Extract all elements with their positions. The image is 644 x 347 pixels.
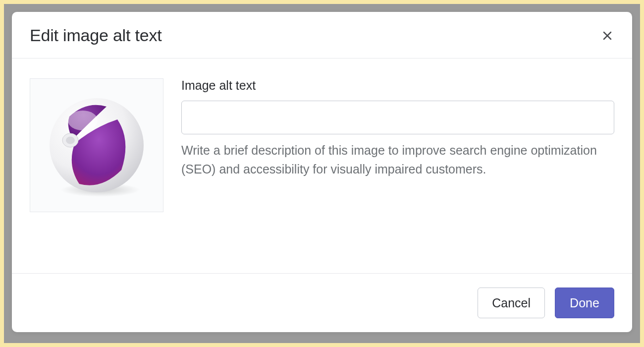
image-preview [30, 78, 163, 212]
close-icon[interactable] [600, 29, 614, 43]
form-section: Image alt text Write a brief description… [181, 78, 614, 258]
modal-title: Edit image alt text [30, 26, 161, 45]
modal-footer: Cancel Done [12, 273, 632, 332]
cancel-button[interactable]: Cancel [478, 288, 545, 318]
alt-text-help: Write a brief description of this image … [181, 141, 614, 178]
edit-alt-text-modal: Edit image alt text [12, 12, 632, 332]
alt-text-input[interactable] [181, 101, 614, 134]
beachball-image [42, 91, 151, 200]
svg-point-6 [68, 111, 98, 130]
modal-body: Image alt text Write a brief description… [12, 58, 632, 273]
modal-header: Edit image alt text [12, 12, 632, 58]
svg-point-5 [66, 137, 75, 144]
done-button[interactable]: Done [555, 288, 614, 318]
alt-text-label: Image alt text [181, 78, 614, 93]
